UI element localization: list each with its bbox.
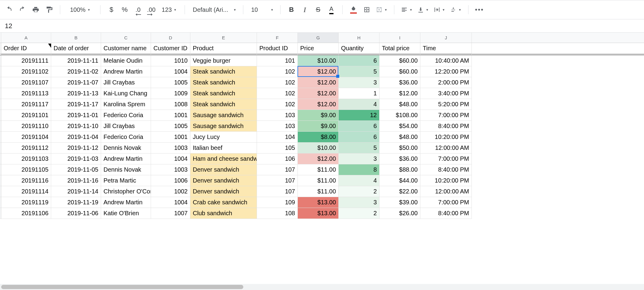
- cell[interactable]: 1007: [151, 208, 190, 219]
- cell[interactable]: $8.00: [298, 132, 339, 143]
- cell[interactable]: $108.00: [380, 110, 420, 121]
- filter-indicator-icon[interactable]: [48, 44, 51, 48]
- cell[interactable]: 3: [339, 153, 380, 164]
- cell[interactable]: 1004: [151, 197, 190, 208]
- table-row[interactable]: 201911132019-11-13Kai-Lung Chang1009Stea…: [0, 88, 644, 99]
- cell[interactable]: 2019-11-07: [51, 77, 101, 88]
- cell[interactable]: 106: [257, 153, 298, 164]
- cell[interactable]: 107: [257, 175, 298, 186]
- cell[interactable]: 109: [257, 197, 298, 208]
- number-format-menu[interactable]: 123 ▼: [159, 4, 180, 16]
- cell[interactable]: Christopher O'Connell: [101, 186, 151, 197]
- cell[interactable]: Steak sandwich: [190, 77, 257, 88]
- cell[interactable]: Karolina Sprem: [101, 99, 151, 110]
- text-color-button[interactable]: A: [325, 4, 337, 16]
- column-header-H[interactable]: H: [339, 33, 380, 43]
- column-headers[interactable]: ABCDEFGHIJ: [0, 33, 644, 43]
- cell[interactable]: 2019-11-19: [51, 197, 101, 208]
- cell[interactable]: $9.00: [298, 110, 339, 121]
- cell[interactable]: $12.00: [298, 153, 339, 164]
- cell[interactable]: 107: [257, 186, 298, 197]
- redo-button[interactable]: [16, 4, 28, 16]
- cell[interactable]: 20191105: [1, 164, 51, 175]
- horizontal-align-button[interactable]: ▼: [399, 4, 414, 16]
- zoom-select[interactable]: 100% ▼: [65, 4, 95, 16]
- column-header-D[interactable]: D: [151, 33, 190, 43]
- header-cell[interactable]: Product ID: [257, 43, 298, 54]
- header-cell[interactable]: Quantity: [339, 43, 380, 54]
- cell[interactable]: 20191114: [1, 186, 51, 197]
- cell[interactable]: Andrew Martin: [101, 153, 151, 164]
- cell[interactable]: Sausage sandwich: [190, 121, 257, 132]
- cell[interactable]: 8:40:00 PM: [420, 164, 472, 175]
- cell[interactable]: 10:40:00 AM: [420, 55, 472, 66]
- cell[interactable]: 8:40:00 PM: [420, 208, 472, 219]
- cell[interactable]: Jill Craybas: [101, 77, 151, 88]
- header-cell[interactable]: Product: [190, 43, 257, 54]
- header-cell[interactable]: Price: [298, 43, 339, 54]
- vertical-align-button[interactable]: ▼: [416, 4, 431, 16]
- column-header-I[interactable]: I: [380, 33, 420, 43]
- cell[interactable]: 2019-11-06: [51, 208, 101, 219]
- cell[interactable]: 10:20:00 PM: [420, 175, 472, 186]
- table-row[interactable]: 201911012019-11-01Federico Coria1001Saus…: [0, 110, 644, 121]
- decrease-decimal-button[interactable]: .0: [132, 4, 144, 16]
- cell[interactable]: 1003: [151, 164, 190, 175]
- increase-decimal-button[interactable]: .00: [145, 4, 157, 16]
- cell[interactable]: 7:00:00 PM: [420, 197, 472, 208]
- table-row[interactable]: 201911022019-11-02Andrew Martin1004Steak…: [0, 66, 644, 77]
- cell[interactable]: $12.00: [298, 66, 339, 77]
- cell[interactable]: Steak sandwich: [190, 99, 257, 110]
- format-currency-button[interactable]: $: [105, 4, 117, 16]
- cell[interactable]: $10.00: [298, 55, 339, 66]
- header-cell[interactable]: Total price: [380, 43, 420, 54]
- cell[interactable]: 20191117: [1, 99, 51, 110]
- cell[interactable]: 1009: [151, 88, 190, 99]
- cell[interactable]: 3: [339, 77, 380, 88]
- cell[interactable]: 20191103: [1, 153, 51, 164]
- cell[interactable]: 2019-11-12: [51, 143, 101, 153]
- undo-button[interactable]: [3, 4, 15, 16]
- cell[interactable]: Andrew Martin: [101, 197, 151, 208]
- cell[interactable]: 7:00:00 PM: [420, 153, 472, 164]
- format-percent-button[interactable]: %: [119, 4, 131, 16]
- paint-format-button[interactable]: [43, 4, 55, 16]
- cell[interactable]: Italian beef: [190, 143, 257, 153]
- cell[interactable]: 20191102: [1, 66, 51, 77]
- cell[interactable]: 12:00:00 AM: [420, 143, 472, 153]
- cell[interactable]: $12.00: [298, 88, 339, 99]
- cell[interactable]: Club sandwich: [190, 208, 257, 219]
- font-size-select[interactable]: 10 ▼: [248, 4, 275, 16]
- cell[interactable]: 2019-11-02: [51, 66, 101, 77]
- sheet-body[interactable]: Order IDDate of orderCustomer nameCustom…: [0, 43, 644, 219]
- column-header-J[interactable]: J: [420, 33, 472, 43]
- cell[interactable]: 102: [257, 66, 298, 77]
- cell[interactable]: 4: [339, 175, 380, 186]
- table-row[interactable]: 201911062019-11-06Katie O'Brien1007Club …: [0, 208, 644, 219]
- cell[interactable]: 8: [339, 164, 380, 175]
- table-row[interactable]: 201911042019-11-04Federico Coria1001Jucy…: [0, 132, 644, 143]
- bold-button[interactable]: B: [285, 4, 297, 16]
- cell[interactable]: Steak sandwich: [190, 66, 257, 77]
- cell[interactable]: Dennis Novak: [101, 143, 151, 153]
- cell[interactable]: Sausage sandwich: [190, 110, 257, 121]
- cell[interactable]: $36.00: [380, 77, 420, 88]
- cell[interactable]: 2019-11-01: [51, 110, 101, 121]
- more-toolbar-button[interactable]: •••: [473, 4, 486, 16]
- cell[interactable]: 20191116: [1, 175, 51, 186]
- cell[interactable]: 20191106: [1, 208, 51, 219]
- cell[interactable]: 20191119: [1, 197, 51, 208]
- table-row[interactable]: 201911192019-11-19Andrew Martin1004Crab …: [0, 197, 644, 208]
- cell[interactable]: 1: [339, 88, 380, 99]
- table-row[interactable]: 201911112019-11-11Melanie Oudin1010Veggi…: [0, 55, 644, 66]
- cell[interactable]: 3:40:00 PM: [420, 88, 472, 99]
- cell[interactable]: 2019-11-17: [51, 99, 101, 110]
- formula-bar[interactable]: 12: [0, 19, 644, 33]
- cell[interactable]: 102: [257, 88, 298, 99]
- cell[interactable]: 7:00:00 PM: [420, 110, 472, 121]
- horizontal-scrollbar[interactable]: [0, 284, 644, 290]
- cell[interactable]: 2019-11-13: [51, 88, 101, 99]
- cell[interactable]: $54.00: [380, 121, 420, 132]
- fill-color-button[interactable]: [347, 4, 360, 16]
- cell[interactable]: $60.00: [380, 66, 420, 77]
